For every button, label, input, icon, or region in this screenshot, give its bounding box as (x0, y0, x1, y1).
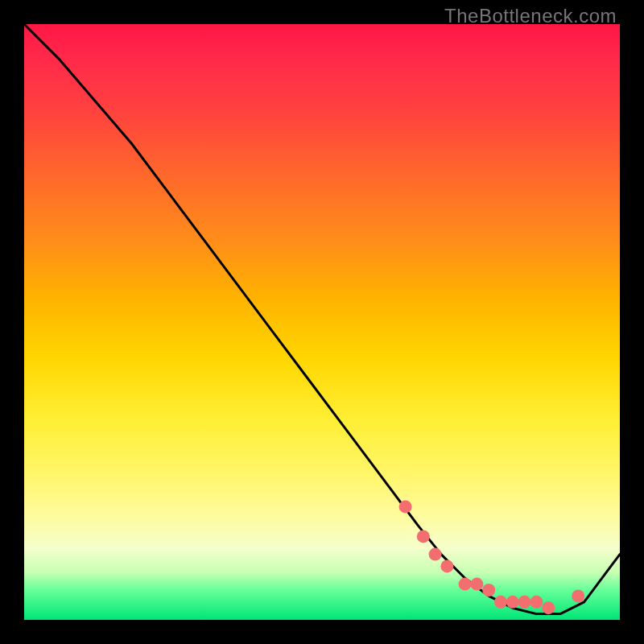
marker-dot (470, 578, 483, 591)
marker-dot (399, 500, 412, 513)
marker-dot (429, 548, 442, 561)
marker-dot (482, 584, 495, 597)
marker-dot (440, 559, 453, 572)
marker-dot (417, 530, 430, 543)
marker-dot (494, 596, 507, 609)
marker-dot (542, 601, 555, 614)
marker-dot (506, 596, 519, 609)
plot-background (24, 24, 620, 620)
marker-dot (530, 596, 543, 609)
series-curve (24, 24, 620, 614)
chart-frame: TheBottleneck.com (0, 0, 644, 644)
marker-dot (459, 578, 472, 591)
marker-dot (518, 596, 531, 609)
marker-dot (572, 589, 584, 602)
plot-overlay (24, 24, 620, 620)
